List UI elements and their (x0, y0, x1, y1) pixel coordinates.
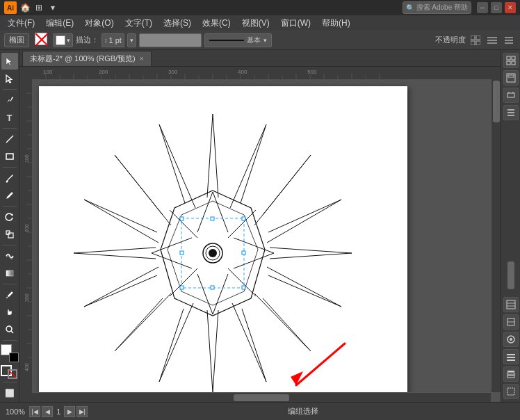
change-screen-mode[interactable]: ⬜ (1, 385, 18, 401)
svg-line-101 (84, 267, 159, 307)
svg-point-12 (12, 97, 13, 99)
workspace-dropdown[interactable]: ▾ (47, 2, 58, 13)
select-tool[interactable] (1, 53, 18, 70)
workspace-icon[interactable]: ⊞ (33, 2, 44, 13)
fill-color-preview[interactable] (139, 33, 202, 47)
search-label[interactable]: 搜索 Adobe 帮助 (416, 3, 468, 13)
svg-rect-16 (8, 233, 13, 238)
svg-line-96 (207, 310, 213, 392)
rotate-tool[interactable] (1, 209, 18, 225)
horizontal-scrollbar-thumb[interactable] (234, 394, 289, 401)
right-panel-layers[interactable] (503, 366, 519, 382)
right-panel-bottom-icon-3[interactable] (503, 332, 519, 347)
vertical-scrollbar-thumb[interactable] (493, 81, 500, 122)
horizontal-scrollbar[interactable] (32, 392, 491, 402)
align-options-icon[interactable] (485, 33, 499, 47)
opacity-label: 不透明度 (435, 35, 466, 45)
stroke-style-dropdown[interactable]: ▾ (127, 33, 136, 47)
menu-help[interactable]: 帮助(H) (317, 16, 355, 31)
menu-select[interactable]: 选择(S) (159, 16, 196, 31)
minimize-button[interactable]: ─ (477, 2, 488, 13)
rect-tool[interactable] (1, 148, 18, 165)
stroke-color-swatch[interactable] (35, 33, 50, 48)
canvas-container[interactable]: 100 200 300 400 500 (19, 67, 501, 402)
svg-line-105 (84, 200, 157, 232)
menu-file[interactable]: 文件(F) (3, 16, 40, 31)
tab-bar: 未标题-2* @ 100% (RGB/预览) × (19, 50, 501, 67)
svg-rect-163 (507, 360, 515, 361)
right-panel-scroll-thumb[interactable] (507, 261, 514, 289)
svg-rect-5 (476, 41, 480, 45)
svg-rect-142 (507, 56, 510, 60)
line-style-preview[interactable]: 基本 ▾ (204, 33, 272, 47)
right-panel-bottom-icon-2[interactable] (503, 314, 519, 330)
menu-view[interactable]: 视图(V) (237, 16, 275, 31)
panel-menu-icon[interactable] (502, 33, 516, 47)
right-panel-icon-2[interactable] (503, 70, 519, 86)
svg-rect-3 (476, 35, 480, 40)
svg-line-102 (84, 275, 157, 307)
svg-line-113 (213, 192, 228, 232)
pencil-tool[interactable] (1, 187, 18, 204)
ai-logo: Ai (4, 1, 17, 14)
eyedropper-tool[interactable] (1, 286, 18, 303)
fill-dropdown[interactable]: ▾ (53, 33, 73, 47)
artboard[interactable] (39, 86, 407, 402)
right-panel-icon-4[interactable] (503, 105, 519, 120)
paintbrush-tool[interactable] (1, 170, 18, 186)
first-page-button[interactable]: |◀ (29, 406, 40, 417)
hand-tool[interactable] (1, 304, 18, 321)
prev-page-button[interactable]: ◀ (42, 406, 53, 417)
stroke-boxes[interactable] (1, 365, 19, 379)
svg-rect-162 (507, 357, 515, 358)
color-boxes[interactable] (1, 344, 19, 362)
zoom-value: 100% (6, 407, 25, 416)
svg-line-13 (6, 136, 13, 143)
right-panel-bottom-icon-1[interactable] (503, 297, 519, 312)
vertical-scrollbar[interactable] (491, 79, 501, 392)
line-tool[interactable] (1, 131, 18, 147)
last-page-button[interactable]: ▶| (76, 406, 88, 417)
scale-tool[interactable] (1, 226, 18, 243)
type-tool[interactable]: T (1, 109, 18, 126)
svg-rect-167 (507, 388, 514, 395)
svg-text:200: 200 (24, 224, 29, 232)
menu-edit[interactable]: 编辑(E) (41, 16, 79, 31)
close-button[interactable]: ✕ (505, 2, 516, 13)
right-panel-icon-3[interactable] (503, 88, 519, 103)
svg-rect-145 (512, 61, 515, 65)
svg-line-122 (197, 274, 213, 314)
svg-line-106 (84, 200, 159, 243)
right-panel-icon-1[interactable] (503, 53, 519, 68)
svg-line-108 (115, 155, 171, 225)
right-panel-bottom-icon-4[interactable] (503, 349, 519, 364)
menu-type[interactable]: 文字(T) (120, 16, 157, 31)
svg-line-87 (270, 253, 352, 259)
next-page-button[interactable]: ▶ (64, 406, 75, 417)
svg-rect-131 (242, 217, 245, 220)
svg-line-121 (213, 274, 228, 314)
direct-select-tool[interactable] (1, 70, 18, 87)
document-tab[interactable]: 未标题-2* @ 100% (RGB/预览) × (22, 51, 152, 66)
tab-close-button[interactable]: × (140, 55, 144, 63)
menu-object[interactable]: 对象(O) (80, 16, 118, 31)
pen-tool[interactable] (1, 92, 18, 108)
stroke-width-input[interactable]: ↕ 1 pt (101, 33, 124, 47)
menu-window[interactable]: 窗口(W) (276, 16, 316, 31)
menu-effect[interactable]: 效果(C) (197, 16, 236, 31)
gradient-tool[interactable] (1, 265, 18, 282)
zoom-display: 100% (6, 407, 25, 416)
svg-line-89 (267, 267, 341, 307)
warp-tool[interactable] (1, 248, 18, 264)
svg-rect-165 (507, 373, 514, 375)
grid-options-icon[interactable] (469, 33, 482, 47)
svg-rect-144 (507, 61, 510, 65)
zoom-tool[interactable] (1, 321, 18, 338)
svg-rect-130 (180, 217, 184, 220)
svg-text:100: 100 (43, 69, 53, 75)
maximize-button[interactable]: □ (491, 2, 502, 13)
status-message: 编组选择 (92, 406, 514, 417)
svg-rect-136 (180, 251, 184, 255)
svg-line-109 (159, 124, 185, 203)
right-panel-artboard[interactable] (503, 384, 519, 399)
